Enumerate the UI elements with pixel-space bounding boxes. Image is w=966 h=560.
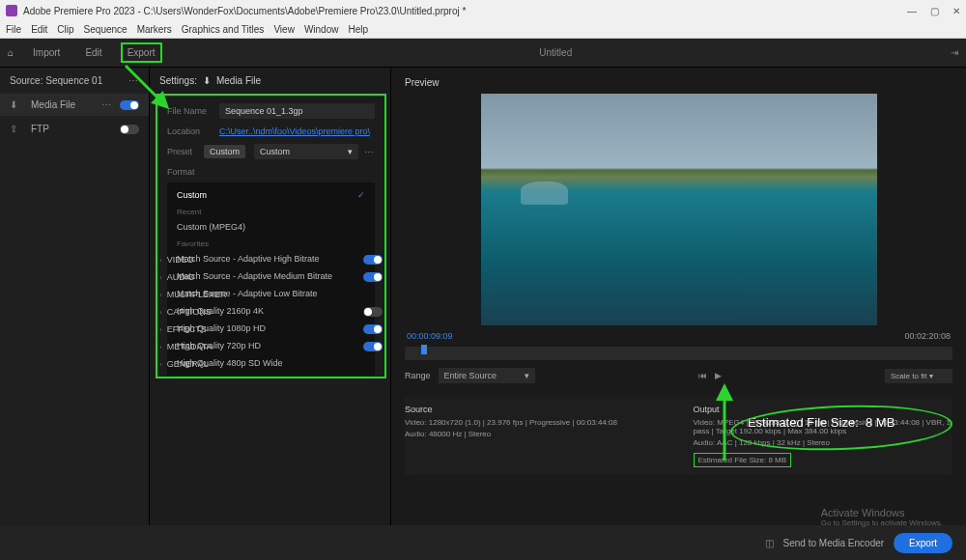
download-icon: ⬇: [10, 99, 23, 110]
format-label: Format: [167, 167, 213, 177]
source-value: Sequence 01: [45, 75, 102, 86]
export-button[interactable]: Export: [894, 533, 952, 553]
menu-help[interactable]: Help: [348, 24, 368, 35]
est-file-size-box: Estimated File Size: 8 MB: [694, 453, 792, 467]
chevron-right-icon: ›: [159, 360, 162, 369]
file-name-input[interactable]: Sequence 01_1.3gp: [219, 103, 375, 119]
workspace-tabs: ⌂ Import Edit Export Untitled ⇥: [0, 39, 966, 68]
chevron-right-icon: ›: [159, 273, 162, 282]
chevron-right-icon: ›: [159, 308, 162, 317]
preset-label: Preset: [167, 147, 198, 156]
upload-icon: ⇪: [10, 124, 23, 134]
dest-media-file[interactable]: ⬇ Media File ⋯: [0, 94, 149, 116]
titlebar: Adobe Premiere Pro 2023 - C:\Users\Wonde…: [0, 0, 966, 21]
category-toggle-video[interactable]: [363, 255, 383, 265]
menu-window[interactable]: Window: [304, 24, 339, 35]
category-row-metadata[interactable]: ›METADATA: [159, 338, 227, 355]
output-audio-info: Audio: AAC | 128 kbps | 32 kHz | Stereo: [694, 438, 953, 447]
scale-select[interactable]: Scale to fit ▾: [885, 369, 952, 383]
category-row-captions[interactable]: ›CAPTIONS: [159, 303, 227, 321]
maximize-icon[interactable]: ▢: [930, 6, 939, 16]
tab-import[interactable]: Import: [27, 43, 66, 62]
destinations-panel: Source: Sequence 01 ⋯ ⬇ Media File ⋯ ⇪ F…: [0, 68, 150, 525]
source-more-icon[interactable]: ⋯: [128, 75, 139, 86]
check-icon: ✓: [357, 190, 365, 200]
source-info-head: Source: [405, 405, 665, 414]
preset-more-icon[interactable]: ⋯: [364, 147, 375, 157]
menu-file[interactable]: File: [6, 24, 21, 35]
menu-sequence[interactable]: Sequence: [84, 24, 128, 35]
play-icon[interactable]: ▶: [715, 371, 722, 380]
dd-item-custom[interactable]: Custom ✓: [167, 186, 375, 204]
file-name-label: File Name: [167, 106, 213, 116]
location-label: Location: [167, 126, 213, 136]
annotation-est-text: Estimated File Size: 8 MB: [748, 415, 895, 430]
settings-media-icon: ⬇: [203, 75, 211, 86]
category-toggle-effects[interactable]: [363, 324, 383, 334]
app-icon: [6, 5, 17, 16]
tab-edit[interactable]: Edit: [79, 43, 107, 62]
preview-image: [481, 94, 877, 325]
project-title: Untitled: [539, 47, 572, 58]
dd-section-recent: Recent: [167, 204, 375, 218]
preset-select[interactable]: Custom ▾: [254, 144, 358, 159]
dest-ftp[interactable]: ⇪ FTP: [0, 118, 149, 140]
category-row-effects[interactable]: ›EFFECTS: [159, 321, 227, 338]
category-general[interactable]: ›GENERAL: [156, 382, 384, 403]
minimize-icon[interactable]: —: [907, 6, 917, 16]
menu-clip[interactable]: Clip: [57, 24, 73, 35]
range-label: Range: [405, 371, 431, 380]
category-toggle-captions[interactable]: [363, 307, 383, 317]
category-toggle-audio[interactable]: [363, 272, 383, 282]
category-row-general[interactable]: ›GENERAL: [159, 355, 227, 373]
settings-media-label: Media File: [216, 75, 261, 86]
timecode-out[interactable]: 00:02:20:08: [904, 331, 951, 341]
media-more-icon[interactable]: ⋯: [101, 99, 112, 110]
close-icon[interactable]: ✕: [952, 6, 960, 16]
dd-section-fav: Favorites: [167, 236, 375, 250]
preview-frame: [481, 94, 877, 325]
bottom-bar: ◫ Send to Media Encoder Export: [0, 525, 966, 560]
source-audio-info: Audio: 48000 Hz | Stereo: [405, 430, 665, 438]
source-label: Source:: [10, 75, 43, 86]
chevron-right-icon: ›: [159, 325, 162, 334]
chevron-down-icon: ▾: [348, 147, 353, 156]
category-toggle-metadata[interactable]: [363, 342, 383, 351]
chevron-right-icon: ›: [163, 389, 166, 398]
location-link[interactable]: C:\User..\ndm\foo\Videos\premiere pro\: [219, 126, 370, 136]
preset-pill: Custom: [204, 145, 245, 158]
media-encoder-icon[interactable]: ◫: [765, 538, 774, 548]
export-timeline[interactable]: [405, 347, 952, 360]
preview-panel: Preview 00:00:09:09 00:02:20:08 Estimate…: [391, 68, 966, 525]
home-icon[interactable]: ⌂: [8, 47, 14, 58]
ftp-toggle[interactable]: [120, 125, 139, 134]
playhead[interactable]: [421, 345, 427, 354]
dd-item-recent-0[interactable]: Custom (MPEG4): [167, 218, 375, 236]
preview-label: Preview: [405, 73, 952, 94]
menu-edit[interactable]: Edit: [31, 24, 47, 35]
dest-ftp-label: FTP: [31, 124, 49, 134]
menu-graphics[interactable]: Graphics and Titles: [182, 24, 265, 35]
category-row-multiplexer[interactable]: ›MULTIPLEXER: [159, 286, 227, 303]
summary-info: Source Video: 1280x720 (1.0) | 23.976 fp…: [405, 397, 952, 475]
menu-markers[interactable]: Markers: [137, 24, 172, 35]
category-row-audio[interactable]: ›AUDIO: [159, 268, 227, 286]
chevron-right-icon: ›: [159, 291, 162, 299]
range-select[interactable]: Entire Source▾: [439, 368, 535, 383]
send-to-encoder-button[interactable]: Send to Media Encoder: [783, 538, 885, 548]
window-controls: — ▢ ✕: [907, 6, 960, 16]
timecode-in[interactable]: 00:00:09:09: [407, 331, 453, 341]
dest-media-label: Media File: [31, 99, 75, 110]
chevron-down-icon: ▾: [525, 371, 529, 380]
category-label: GENERAL: [171, 388, 213, 398]
settings-panel: Settings: ⬇ Media File File Name Sequenc…: [150, 68, 391, 525]
chevron-right-icon: ›: [159, 256, 162, 265]
activate-windows-watermark: Activate Windows Go to Settings to activ…: [821, 507, 943, 527]
media-toggle[interactable]: [120, 100, 139, 110]
quick-export-icon[interactable]: ⇥: [951, 47, 958, 58]
tab-export[interactable]: Export: [122, 43, 161, 62]
step-back-icon[interactable]: ⏮: [698, 371, 707, 380]
menu-view[interactable]: View: [273, 24, 295, 35]
category-row-video[interactable]: ›VIDEO: [159, 251, 227, 268]
menubar: File Edit Clip Sequence Markers Graphics…: [0, 21, 966, 39]
